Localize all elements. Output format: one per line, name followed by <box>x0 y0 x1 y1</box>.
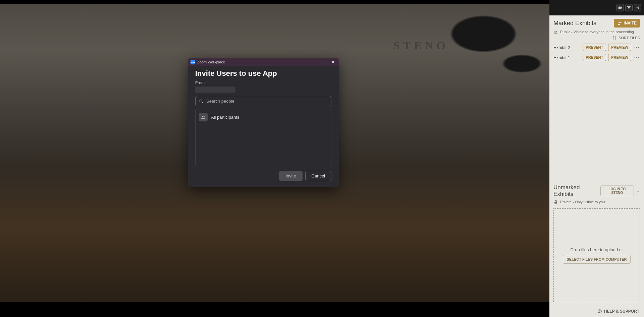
exhibit-row: Exhibit 2 PRESENT PREVIEW ⋯ <box>553 42 640 52</box>
filter-icon[interactable] <box>625 4 633 11</box>
dropzone-text: Drop files here to upload or <box>571 247 623 252</box>
zoom-icon: zm <box>191 60 195 64</box>
sort-icon <box>612 36 617 40</box>
svg-line-1 <box>202 102 203 103</box>
invite-sidebar-button[interactable]: INVITE <box>614 19 640 28</box>
expand-icon[interactable] <box>634 4 641 11</box>
search-icon <box>199 99 204 104</box>
help-icon <box>597 309 602 314</box>
marked-title: Marked Exhibits <box>553 20 596 27</box>
invite-dialog: zm Zoom Workplace ✕ Invite Users to use … <box>188 58 339 187</box>
people-icon <box>553 30 558 34</box>
participants-list: All participants <box>195 109 331 166</box>
unmarked-title: Unmarked Exhibits <box>553 184 598 198</box>
person-add-icon <box>617 21 622 25</box>
dialog-titlebar: zm Zoom Workplace ✕ <box>188 58 339 66</box>
dialog-footer: Invite Cancel <box>195 171 331 181</box>
unmarked-section: Unmarked Exhibits LOG IN TO STENO ⌄ Priv… <box>549 181 644 206</box>
svg-point-8 <box>556 31 557 32</box>
dialog-heading: Invite Users to use App <box>195 69 331 78</box>
marked-visibility-text: Public - Visible to everyone in the proc… <box>560 30 634 34</box>
exhibit-actions: PRESENT PREVIEW ⋯ <box>583 44 640 51</box>
search-people-input[interactable] <box>206 99 328 104</box>
from-label: From: <box>195 81 331 85</box>
video-icon[interactable] <box>616 4 624 11</box>
marked-header: Marked Exhibits INVITE <box>553 19 640 28</box>
participant-all[interactable]: All participants <box>199 113 328 121</box>
login-steno-button[interactable]: LOG IN TO STENO <box>600 186 634 196</box>
exhibit-row: Exhibit 1 PRESENT PREVIEW ⋯ <box>553 52 640 62</box>
exhibit-name[interactable]: Exhibit 1 <box>553 55 570 60</box>
unmarked-visibility: Private - Only visible to you. <box>553 200 640 204</box>
close-icon[interactable]: ✕ <box>330 59 336 65</box>
search-people-input-wrap[interactable] <box>195 96 331 106</box>
sidebar-topbar <box>549 0 644 15</box>
more-icon[interactable]: ⋯ <box>633 54 640 61</box>
invite-button[interactable]: Invite <box>279 171 302 181</box>
from-value-chip <box>195 87 235 93</box>
unmarked-visibility-text: Private - Only visible to you. <box>560 200 606 204</box>
dialog-app-name: Zoom Workplace <box>197 60 225 64</box>
dialog-body: Invite Users to use App From: All partic… <box>188 66 339 187</box>
exhibits-sidebar: Marked Exhibits INVITE Public - Visible … <box>549 0 644 317</box>
video-area: STENO zm Zoom Workplace ✕ Invite Users t… <box>0 0 549 317</box>
invite-sidebar-label: INVITE <box>624 21 637 25</box>
marked-section: Marked Exhibits INVITE Public - Visible … <box>549 15 644 64</box>
exhibit-actions: PRESENT PREVIEW ⋯ <box>583 54 640 61</box>
svg-rect-4 <box>619 7 621 9</box>
present-button[interactable]: PRESENT <box>583 44 606 51</box>
svg-point-3 <box>204 116 205 117</box>
sort-files[interactable]: SORT FILES <box>553 36 640 40</box>
participant-all-label: All participants <box>211 115 239 120</box>
sort-files-label: SORT FILES <box>619 36 640 40</box>
lock-icon <box>553 200 558 204</box>
cancel-button[interactable]: Cancel <box>305 171 331 181</box>
svg-rect-9 <box>554 202 557 203</box>
chevron-down-icon[interactable]: ⌄ <box>636 188 640 194</box>
svg-point-0 <box>200 100 202 102</box>
svg-point-6 <box>619 22 620 23</box>
preview-button[interactable]: PREVIEW <box>608 44 631 51</box>
select-files-button[interactable]: SELECT FILES FROM COMPUTER <box>563 255 630 264</box>
exhibit-name[interactable]: Exhibit 2 <box>553 45 570 50</box>
file-dropzone[interactable]: Drop files here to upload or SELECT FILE… <box>553 208 640 302</box>
help-support-label: HELP & SUPPORT <box>604 309 639 314</box>
svg-point-11 <box>599 312 600 313</box>
present-button[interactable]: PRESENT <box>583 54 606 61</box>
help-support[interactable]: HELP & SUPPORT <box>549 306 644 317</box>
unmarked-header: Unmarked Exhibits LOG IN TO STENO ⌄ <box>553 184 640 198</box>
svg-point-2 <box>202 116 203 117</box>
preview-button[interactable]: PREVIEW <box>608 54 631 61</box>
marked-visibility: Public - Visible to everyone in the proc… <box>553 30 640 34</box>
group-icon <box>199 113 208 121</box>
more-icon[interactable]: ⋯ <box>633 44 640 51</box>
svg-point-7 <box>554 31 556 32</box>
